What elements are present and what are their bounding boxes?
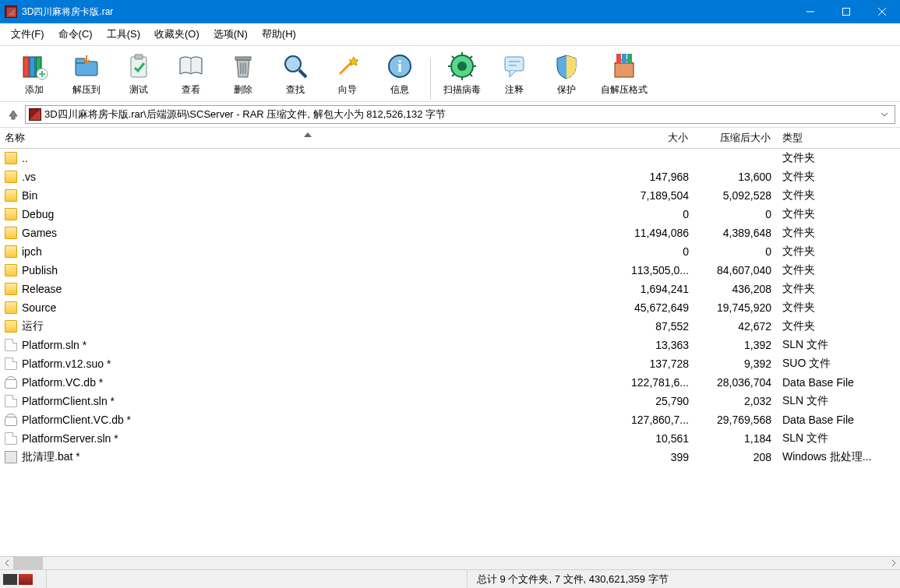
file-name: 运行 — [22, 319, 44, 333]
column-type[interactable]: 类型 — [778, 128, 900, 148]
file-name: 批清理.bat * — [22, 450, 80, 464]
toolbar-protect[interactable]: 保护 — [540, 49, 592, 100]
toolbar-add[interactable]: 添加 — [8, 49, 60, 100]
menu-tools[interactable]: 工具(S) — [101, 25, 146, 44]
table-row[interactable]: PlatformClient.VC.db *127,860,7...29,769… — [0, 410, 900, 429]
table-row[interactable]: .vs147,96813,600文件夹 — [0, 167, 900, 186]
window-title: 3D四川麻将房卡版.rar — [22, 5, 792, 19]
cell-name: PlatformClient.VC.db * — [0, 414, 616, 426]
cell-size: 1,694,241 — [616, 283, 700, 295]
column-headers: 名称 大小 压缩后大小 类型 — [0, 128, 900, 149]
column-size[interactable]: 大小 — [616, 128, 700, 148]
trash-icon — [228, 51, 259, 82]
toolbar-delete[interactable]: 删除 — [217, 49, 269, 100]
table-row[interactable]: 运行87,55242,672文件夹 — [0, 317, 900, 336]
file-name: Source — [22, 301, 56, 314]
menu-command[interactable]: 命令(C) — [52, 25, 99, 44]
svg-rect-19 — [627, 54, 632, 63]
table-row[interactable]: Platform.v12.suo *137,7289,392SUO 文件 — [0, 354, 900, 373]
cell-packed: 4,389,648 — [700, 227, 778, 239]
svg-rect-9 — [235, 57, 251, 60]
menu-help[interactable]: 帮助(H) — [256, 25, 302, 44]
scroll-left-button[interactable] — [0, 557, 13, 570]
cell-type: SLN 文件 — [778, 431, 900, 445]
file-list[interactable]: ..文件夹.vs147,96813,600文件夹Bin7,189,5045,09… — [0, 149, 900, 556]
scroll-right-button[interactable] — [887, 557, 900, 570]
maximize-button[interactable] — [828, 0, 864, 23]
disk-icon[interactable] — [3, 574, 17, 585]
scrollbar-thumb[interactable] — [13, 557, 43, 569]
toolbar-separator — [430, 58, 431, 100]
toolbar-scan[interactable]: 扫描病毒 — [436, 49, 488, 100]
cell-type: Windows 批处理... — [778, 450, 900, 464]
column-packed[interactable]: 压缩后大小 — [700, 128, 778, 148]
toolbar-comment[interactable]: 注释 — [488, 49, 540, 100]
toolbar-find[interactable]: 查找 — [269, 49, 321, 100]
cell-type: Data Base File — [778, 376, 900, 389]
address-path: 3D四川麻将房卡版.rar\后端源码\SCServer - RAR 压缩文件, … — [44, 107, 446, 121]
titlebar: 3D四川麻将房卡版.rar — [0, 0, 900, 23]
file-name: Platform.v12.suo * — [22, 357, 111, 370]
comment-icon — [499, 51, 530, 82]
toolbar-info[interactable]: i 信息 — [373, 49, 425, 100]
toolbar-view[interactable]: 查看 — [164, 49, 217, 100]
table-row[interactable]: Bin7,189,5045,092,528文件夹 — [0, 186, 900, 205]
svg-rect-0 — [843, 9, 850, 16]
cell-size: 25,790 — [616, 395, 700, 407]
svg-text:i: i — [397, 58, 402, 75]
toolbar-sfx[interactable]: 自解压格式 — [592, 49, 656, 100]
table-row[interactable]: Debug00文件夹 — [0, 205, 900, 224]
close-button[interactable] — [864, 0, 900, 23]
sort-asc-icon — [304, 128, 312, 139]
address-row: 3D四川麻将房卡版.rar\后端源码\SCServer - RAR 压缩文件, … — [0, 102, 900, 128]
table-row[interactable]: PlatformClient.sln *25,7902,032SLN 文件 — [0, 392, 900, 410]
minimize-button[interactable] — [792, 0, 828, 23]
table-row[interactable]: Release1,694,241436,208文件夹 — [0, 280, 900, 298]
table-row[interactable]: Games11,494,0864,389,648文件夹 — [0, 224, 900, 242]
file-name: .. — [22, 152, 28, 164]
table-row[interactable]: Platform.VC.db *122,781,6...28,036,704Da… — [0, 373, 900, 392]
scrollbar-track[interactable] — [13, 557, 887, 569]
cell-type: 文件夹 — [778, 263, 900, 277]
menu-file[interactable]: 文件(F) — [5, 25, 51, 44]
app-icon — [5, 5, 17, 18]
cell-type: 文件夹 — [778, 301, 900, 315]
svg-rect-18 — [622, 54, 626, 63]
toolbar-extract[interactable]: 解压到 — [60, 49, 112, 100]
cell-packed: 42,672 — [700, 320, 778, 333]
svg-rect-16 — [615, 63, 634, 77]
statusbar: 总计 9 个文件夹, 7 文件, 430,621,359 字节 — [0, 569, 900, 588]
address-dropdown-button[interactable] — [877, 111, 891, 118]
cell-name: PlatformServer.sln * — [0, 432, 616, 445]
virus-scan-icon — [446, 51, 478, 82]
cell-name: Platform.v12.suo * — [0, 357, 616, 370]
table-row[interactable]: Platform.sln *13,3631,392SLN 文件 — [0, 336, 900, 354]
toolbar-test[interactable]: 测试 — [112, 49, 164, 100]
key-icon[interactable] — [19, 574, 33, 585]
table-row[interactable]: ipch00文件夹 — [0, 242, 900, 261]
cell-size: 122,781,6... — [616, 376, 700, 389]
cell-type: 文件夹 — [778, 207, 900, 221]
table-row[interactable]: 批清理.bat *399208Windows 批处理... — [0, 448, 900, 467]
column-name[interactable]: 名称 — [0, 128, 616, 148]
file-name: Platform.VC.db * — [22, 376, 103, 389]
table-row[interactable]: Publish113,505,0...84,607,040文件夹 — [0, 261, 900, 280]
up-button[interactable] — [5, 106, 22, 123]
table-row[interactable]: Source45,672,64919,745,920文件夹 — [0, 298, 900, 317]
table-row[interactable]: PlatformServer.sln *10,5611,184SLN 文件 — [0, 429, 900, 448]
horizontal-scrollbar[interactable] — [0, 556, 900, 569]
wand-icon — [332, 51, 363, 82]
menu-options[interactable]: 选项(N) — [207, 25, 254, 44]
toolbar-wizard[interactable]: 向导 — [321, 49, 373, 100]
file-name: Platform.sln * — [22, 339, 86, 351]
table-row[interactable]: ..文件夹 — [0, 149, 900, 167]
file-name: ipch — [22, 245, 42, 258]
cell-size: 399 — [616, 451, 700, 463]
menu-favorites[interactable]: 收藏夹(O) — [148, 25, 206, 44]
cell-name: PlatformClient.sln * — [0, 395, 616, 407]
file-icon — [5, 432, 17, 445]
cell-size: 10,561 — [616, 432, 700, 445]
svg-rect-15 — [505, 57, 524, 71]
file-icon — [5, 357, 17, 370]
address-bar[interactable]: 3D四川麻将房卡版.rar\后端源码\SCServer - RAR 压缩文件, … — [25, 105, 895, 124]
